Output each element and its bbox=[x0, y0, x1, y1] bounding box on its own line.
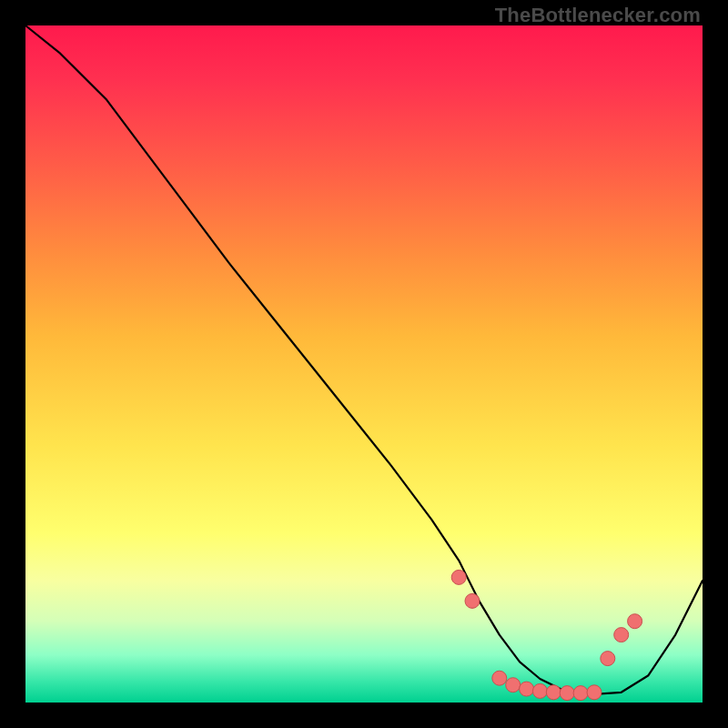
chart-stage: TheBottlenecker.com bbox=[0, 0, 728, 728]
attribution-text: TheBottlenecker.com bbox=[495, 4, 701, 27]
data-marker bbox=[465, 593, 480, 608]
chart-svg bbox=[25, 25, 703, 703]
data-marker bbox=[573, 686, 588, 701]
data-marker bbox=[560, 686, 574, 701]
data-marker bbox=[614, 628, 629, 642]
plot-area bbox=[25, 25, 703, 703]
data-marker bbox=[492, 671, 507, 685]
data-marker bbox=[628, 614, 642, 629]
data-marker bbox=[532, 683, 547, 698]
data-marker bbox=[520, 682, 534, 696]
data-marker bbox=[506, 678, 521, 693]
data-marker bbox=[601, 652, 615, 666]
data-marker bbox=[546, 685, 561, 700]
markers-group bbox=[451, 570, 642, 700]
bottleneck-curve bbox=[25, 25, 703, 693]
data-marker bbox=[587, 685, 602, 700]
data-marker bbox=[451, 570, 466, 584]
